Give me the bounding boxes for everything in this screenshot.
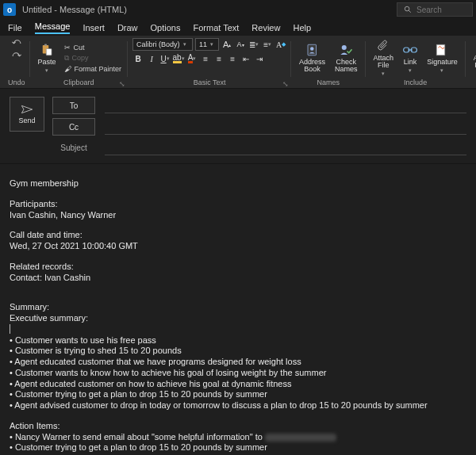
tab-format-text[interactable]: Format Text	[193, 23, 239, 32]
action-items-label: Action Items:	[10, 421, 466, 432]
group-label-tags: Ta	[470, 78, 476, 88]
action-item: • Nancy Warner to send email about "some…	[10, 432, 466, 443]
tab-help[interactable]: Help	[293, 23, 311, 32]
tab-insert[interactable]: Insert	[83, 23, 105, 32]
participants-label: Participants:	[10, 199, 466, 210]
search-icon	[402, 2, 413, 17]
group-label-clipboard: Clipboard	[35, 78, 124, 88]
action-item: • Customer trying to get a plan to drop …	[10, 442, 466, 453]
group-clipboard: Paste ▾ ✂Cut ⧉Copy 🖌Format Painter Clipb…	[30, 38, 129, 88]
numbering-icon[interactable]: ≡▾	[262, 39, 273, 50]
search-box[interactable]	[397, 2, 473, 17]
redo-icon[interactable]	[11, 51, 22, 62]
align-center-icon[interactable]: ≡	[213, 53, 225, 64]
paperclip-icon	[376, 39, 390, 53]
link-button[interactable]: Link▾	[400, 39, 420, 77]
bullet-item: • Agent advised customer to drop in toda…	[10, 400, 466, 411]
format-painter-button[interactable]: 🖌Format Painter	[63, 64, 124, 74]
cc-input[interactable]	[105, 119, 466, 135]
title-bar: o Untitled - Message (HTML)	[0, 0, 476, 19]
cut-button[interactable]: ✂Cut	[63, 43, 124, 52]
call-date-value: Wed, 27 Oct 2021 10:00:40 GMT	[10, 241, 466, 252]
highlight-icon[interactable]: ab▾	[173, 53, 184, 64]
bullet-item: • Agent educated customer that we have p…	[10, 357, 466, 368]
check-names-button[interactable]: Check Names	[332, 39, 361, 77]
send-button[interactable]: Send	[10, 97, 44, 132]
bullet-item: • Customer is trying to shed 15 to 20 po…	[10, 346, 466, 357]
address-book-icon	[305, 43, 320, 57]
brush-icon: 🖌	[64, 65, 71, 73]
paste-button[interactable]: Paste ▾	[35, 39, 60, 77]
body-subject: Gym membership	[10, 178, 466, 189]
bullet-item: • Customer wants to use his free pass	[10, 335, 466, 346]
shrink-font-icon[interactable]: A▾	[235, 39, 246, 50]
to-button[interactable]: To	[52, 97, 95, 114]
copy-button[interactable]: ⧉Copy	[63, 53, 124, 63]
svg-point-6	[310, 47, 314, 51]
related-label: Related records:	[10, 262, 466, 273]
cut-icon: ✂	[64, 44, 71, 52]
message-body[interactable]: Gym membership Participants: Ivan Cashin…	[0, 164, 476, 455]
copy-icon: ⧉	[64, 54, 69, 63]
bullet-item: • Customer wants to know how to achieve …	[10, 368, 466, 379]
decrease-indent-icon[interactable]: ⇤	[240, 53, 251, 64]
tab-message[interactable]: Message	[35, 21, 71, 34]
participants-value: Ivan Cashin, Nancy Warner	[10, 210, 466, 221]
bullets-icon[interactable]: ≣▾	[248, 39, 259, 50]
exec-summary-label: Executive summary:	[10, 313, 466, 324]
summary-label: Summary:	[10, 302, 466, 313]
link-icon	[403, 43, 417, 57]
subject-input[interactable]	[105, 140, 466, 155]
font-size-select[interactable]: 11▾	[195, 38, 219, 51]
undo-icon[interactable]	[11, 38, 22, 49]
svg-point-0	[405, 6, 409, 11]
send-icon	[21, 105, 33, 114]
group-undo: Undo	[3, 38, 30, 88]
bold-icon[interactable]: B	[132, 53, 144, 64]
clipboard-launcher-icon[interactable]: ⤡	[119, 80, 125, 88]
group-basic-text: Calibri (Body)▾ 11▾ A▴ A▾ ≣▾ ≡▾ A◆ B I U…	[128, 38, 291, 88]
outlook-icon: o	[3, 3, 16, 16]
italic-icon[interactable]: I	[146, 53, 157, 64]
group-include: Attach File▾ Link▾ Signature▾ Include	[366, 38, 466, 88]
ribbon: Undo Paste ▾ ✂Cut ⧉Copy 🖌Format Painter …	[0, 36, 476, 89]
group-label-include: Include	[370, 78, 461, 88]
font-family-select[interactable]: Calibri (Body)▾	[132, 38, 193, 51]
align-right-icon[interactable]: ≡	[227, 53, 238, 64]
search-input[interactable]	[416, 6, 467, 14]
group-names: Address Book Check Names Names	[291, 38, 366, 88]
svg-rect-3	[44, 44, 47, 45]
address-book-button[interactable]: Address Book	[296, 39, 328, 77]
grow-font-icon[interactable]: A▴	[221, 39, 232, 50]
attach-file-button[interactable]: Attach File▾	[370, 39, 397, 77]
group-tags: Assign Policy▾ ! ↓ Ta	[466, 38, 476, 88]
paste-icon	[40, 43, 54, 57]
assign-policy-button[interactable]: Assign Policy▾	[470, 39, 476, 77]
svg-line-1	[409, 10, 411, 13]
signature-button[interactable]: Signature▾	[424, 39, 461, 77]
svg-rect-11	[437, 44, 446, 55]
styles-icon[interactable]: A◆	[275, 39, 286, 50]
tab-draw[interactable]: Draw	[117, 23, 138, 32]
font-color-icon[interactable]: A▾	[186, 53, 198, 64]
tab-review[interactable]: Review	[251, 23, 280, 32]
tab-file[interactable]: File	[8, 23, 22, 32]
increase-indent-icon[interactable]: ⇥	[254, 53, 265, 64]
bullet-item: • Agent educated customer on how to achi…	[10, 379, 466, 390]
underline-icon[interactable]: U▾	[159, 53, 171, 64]
signature-icon	[435, 43, 449, 57]
call-date-label: Call date and time:	[10, 230, 466, 241]
group-label-basic-text: Basic Text	[132, 78, 286, 88]
cc-button[interactable]: Cc	[52, 118, 95, 136]
window-title: Untitled - Message (HTML)	[22, 5, 127, 14]
svg-rect-4	[46, 48, 52, 55]
align-left-icon[interactable]: ≡	[200, 53, 211, 64]
ribbon-tabs: File Message Insert Draw Options Format …	[0, 19, 476, 36]
tab-options[interactable]: Options	[151, 23, 181, 32]
related-value: Contact: Ivan Cashin	[10, 273, 466, 284]
group-label-undo: Undo	[8, 78, 25, 88]
to-input[interactable]	[105, 98, 466, 113]
basic-text-launcher-icon[interactable]: ⤡	[282, 80, 289, 88]
group-label-names: Names	[296, 78, 361, 88]
paste-label: Paste	[38, 59, 56, 66]
